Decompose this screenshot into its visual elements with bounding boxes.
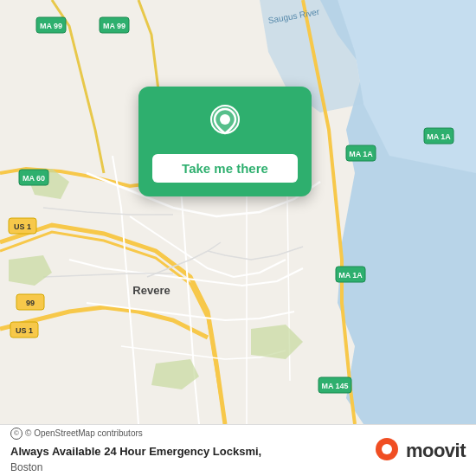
svg-text:MA 99: MA 99 bbox=[103, 22, 125, 30]
map-background: MA 99 MA 99 MA 60 MA 1A MA 1A MA 1A US 1… bbox=[0, 0, 476, 424]
city-name: Boston bbox=[10, 461, 42, 473]
svg-point-26 bbox=[382, 444, 392, 454]
take-me-there-button[interactable]: Take me there bbox=[152, 154, 298, 183]
popup-card: Take me there bbox=[138, 87, 312, 196]
map-container: MA 99 MA 99 MA 60 MA 1A MA 1A MA 1A US 1… bbox=[0, 0, 476, 424]
svg-text:MA 1A: MA 1A bbox=[338, 271, 363, 280]
svg-text:MA 60: MA 60 bbox=[23, 174, 45, 183]
attribution-text: © OpenStreetMap contributors bbox=[25, 428, 143, 438]
svg-text:MA 145: MA 145 bbox=[321, 382, 348, 390]
moovit-logo: moovit bbox=[373, 437, 466, 465]
svg-text:Revere: Revere bbox=[132, 284, 170, 297]
svg-text:US 1: US 1 bbox=[14, 222, 31, 231]
svg-text:99: 99 bbox=[26, 299, 35, 307]
bottom-bar: © © OpenStreetMap contributors Always Av… bbox=[0, 424, 476, 476]
bottom-left-info: © © OpenStreetMap contributors Always Av… bbox=[10, 428, 261, 474]
svg-text:MA 1A: MA 1A bbox=[349, 150, 373, 158]
attribution: © © OpenStreetMap contributors bbox=[10, 428, 261, 440]
business-info: Always Available 24 Hour Emergency Locks… bbox=[10, 443, 261, 474]
svg-text:MA 1A: MA 1A bbox=[427, 132, 451, 141]
svg-text:MA 99: MA 99 bbox=[40, 22, 62, 30]
svg-text:US 1: US 1 bbox=[16, 326, 33, 335]
moovit-brand-text: moovit bbox=[406, 440, 466, 462]
svg-point-24 bbox=[220, 114, 230, 125]
copyright-icon: © bbox=[10, 428, 23, 440]
business-name: Always Available 24 Hour Emergency Locks… bbox=[10, 445, 261, 458]
moovit-brand-icon bbox=[373, 437, 401, 465]
location-pin-icon bbox=[206, 104, 244, 142]
